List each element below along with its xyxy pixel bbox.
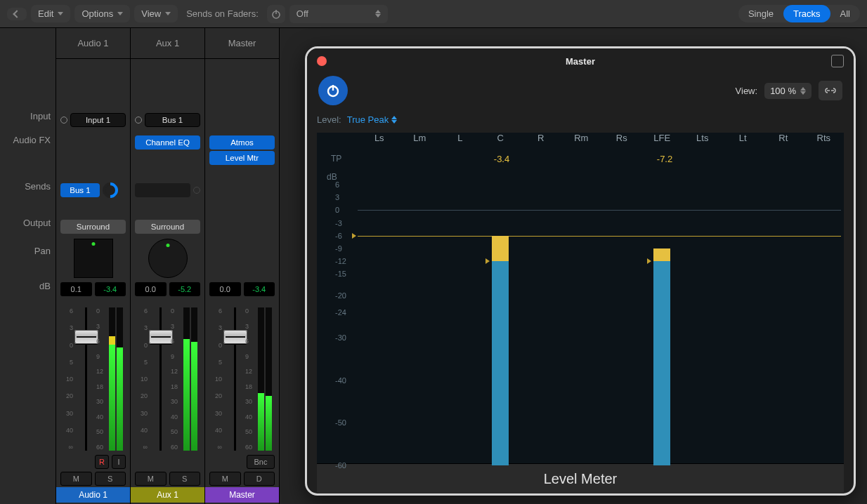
close-icon[interactable] <box>317 56 327 66</box>
tp-readout-row: TP-3.4-7.2 <box>317 154 844 169</box>
bar-column <box>521 185 561 465</box>
caret-icon <box>165 12 171 15</box>
tick-label: -15 <box>335 270 346 278</box>
fader-track <box>159 307 162 451</box>
send-knob-empty[interactable] <box>193 187 200 194</box>
tp-value: -7.2 <box>657 154 672 164</box>
bar-column <box>763 185 804 465</box>
row-label-pan: Pan <box>0 246 51 256</box>
caret-icon <box>58 12 63 15</box>
meter-plot[interactable]: LsLmLCRRmRsLFELtsLtRtRtsTP-3.4-7.2dB630-… <box>317 133 844 464</box>
level-bar-peak-cap <box>653 248 670 261</box>
mute-solo-row: MS <box>131 470 204 487</box>
level-mode-value: True Peak <box>347 114 389 125</box>
window-titlebar[interactable]: Master <box>307 48 854 74</box>
db-peak[interactable]: -3.4 <box>95 282 126 296</box>
edit-menu[interactable]: Edit <box>31 5 70 22</box>
input-monitor-btn[interactable]: I <box>112 455 126 469</box>
mute-btn[interactable]: M <box>60 472 92 486</box>
bar-area <box>359 185 844 465</box>
solo-btn[interactable]: S <box>169 472 201 486</box>
tick-label: 6 <box>335 180 339 189</box>
sof-power-button[interactable] <box>267 5 285 23</box>
output-slot[interactable]: Surround <box>135 220 200 234</box>
row-label-db: dB <box>0 281 51 291</box>
strip-name-label[interactable]: Aux 1 <box>131 487 204 503</box>
channel-header: Ls <box>359 133 400 151</box>
options-menu[interactable]: Options <box>74 5 130 22</box>
level-bar <box>492 236 509 465</box>
channel-header: Rm <box>561 133 602 151</box>
sends-on-faders-label: Sends on Faders: <box>186 8 259 19</box>
db-peak[interactable]: -3.4 <box>244 282 275 296</box>
view-menu[interactable]: View <box>134 5 178 22</box>
input-slot-row: Bus 1 <box>131 111 204 129</box>
peak-marker-handle[interactable] <box>352 233 356 239</box>
send-knob[interactable] <box>99 179 121 201</box>
input-slot[interactable]: Input 1 <box>70 113 126 127</box>
db-value[interactable]: 0.1 <box>60 282 92 296</box>
pan-control[interactable] <box>131 236 204 281</box>
level-bar <box>653 248 670 465</box>
strip-name-label[interactable]: Audio 1 <box>56 487 130 503</box>
link-button[interactable] <box>819 81 842 100</box>
input-toggle-icon[interactable] <box>60 117 67 124</box>
channel-meter <box>258 307 272 451</box>
bounce-btn[interactable]: Bnc <box>247 455 275 469</box>
mute-btn[interactable]: M <box>135 472 167 486</box>
seg-single[interactable]: Single <box>738 5 783 22</box>
fx-slot-row: Channel EQ <box>131 133 204 152</box>
dim-btn[interactable]: D <box>244 472 275 486</box>
toolbar: Edit Options View Sends on Faders: Off S… <box>0 0 867 28</box>
fx-slot[interactable]: Atmos <box>209 135 275 150</box>
tick-label: 0 <box>335 206 339 214</box>
input-slot[interactable]: Bus 1 <box>145 113 200 127</box>
row-label-output: Output <box>0 218 51 228</box>
send-slot-empty[interactable] <box>135 183 190 197</box>
fx-slot[interactable]: Channel EQ <box>135 135 200 150</box>
stepper-icon <box>391 116 397 124</box>
fader-area: 630510203040∞0369121830405060 <box>56 303 130 455</box>
pan-control[interactable] <box>56 236 130 281</box>
bar-column <box>682 185 723 465</box>
fader-cap[interactable] <box>74 330 98 344</box>
view-zoom-select[interactable]: 100 % <box>764 83 811 99</box>
fader-cap[interactable] <box>149 330 173 344</box>
seg-tracks[interactable]: Tracks <box>783 5 830 22</box>
window-toolbar: View: 100 % <box>307 74 854 107</box>
db-value[interactable]: 0.0 <box>209 282 241 296</box>
db-value[interactable]: 0.0 <box>135 282 167 296</box>
hold-indicator-icon <box>647 258 651 264</box>
mute-btn[interactable]: M <box>209 472 241 486</box>
power-icon <box>270 8 282 20</box>
pan-dot-icon <box>166 244 169 247</box>
fx-slot[interactable]: Level Mtr <box>209 151 275 165</box>
popout-icon[interactable] <box>831 55 844 67</box>
tick-label: 3 <box>335 193 339 201</box>
strip-name-label[interactable]: Master <box>205 487 279 503</box>
seg-all[interactable]: All <box>830 5 860 22</box>
channel-header: Rs <box>601 133 642 151</box>
strip-header: Audio 1 <box>56 28 130 59</box>
output-slot[interactable]: Surround <box>60 220 126 234</box>
strip-header: Aux 1 <box>131 28 204 59</box>
fader-cap[interactable] <box>223 330 247 344</box>
channel-meter <box>183 307 197 451</box>
level-mode-row: Level: True Peak <box>317 110 844 128</box>
arrow-up-icon <box>13 10 20 18</box>
send-slot[interactable]: Bus 1 <box>60 183 100 197</box>
sof-select[interactable]: Off <box>289 5 388 23</box>
tick-label: -60 <box>335 461 346 470</box>
level-mode-select[interactable]: True Peak <box>347 114 398 125</box>
level-mode-label: Level: <box>317 114 341 125</box>
hold-indicator-icon <box>485 258 490 264</box>
window-title: Master <box>566 56 595 67</box>
nav-back-button[interactable] <box>7 8 27 20</box>
record-btn[interactable]: R <box>95 455 109 469</box>
db-readout-row: 0.0-3.4 <box>205 281 279 298</box>
plugin-power-button[interactable] <box>318 76 348 105</box>
row-label-sends: Sends <box>0 181 51 192</box>
db-peak[interactable]: -5.2 <box>169 282 201 296</box>
solo-btn[interactable]: S <box>95 472 126 486</box>
input-toggle-icon[interactable] <box>135 117 142 124</box>
